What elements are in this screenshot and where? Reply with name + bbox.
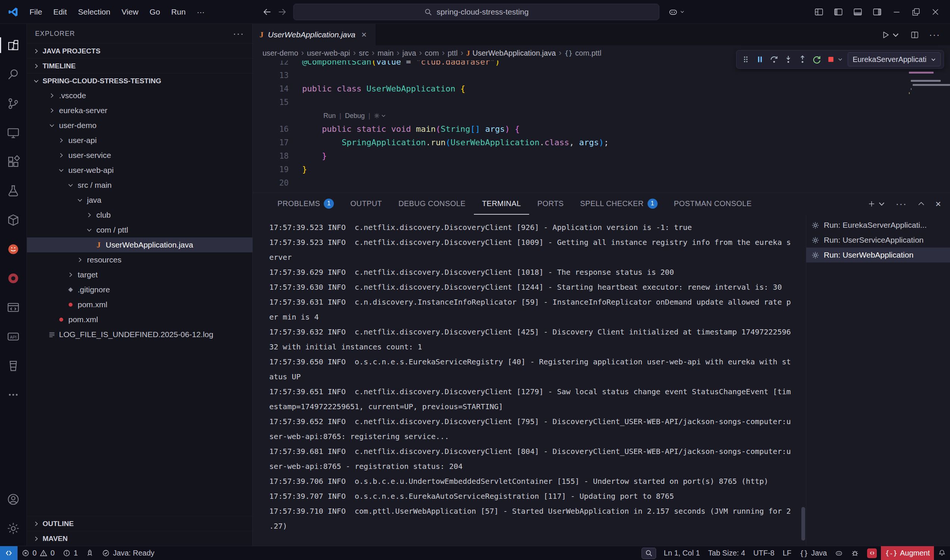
terminal-session-run-eurekaserverapplicati[interactable]: Run: EurekaServerApplicati... xyxy=(806,218,950,232)
augment-badge[interactable]: {-} Augment xyxy=(881,546,934,560)
launch-config-select[interactable]: EurekaServerApplicati xyxy=(848,52,941,66)
tree-item-userwebapplication-java[interactable]: JUserWebApplication.java xyxy=(27,237,253,252)
split-editor-icon[interactable] xyxy=(910,30,919,40)
toggle-panel-icon[interactable] xyxy=(853,7,862,17)
activity-java-runtime[interactable] xyxy=(0,234,27,263)
java-status[interactable]: Java: Ready xyxy=(98,546,159,560)
more-actions-icon[interactable]: ··· xyxy=(929,29,940,40)
activity-source-control[interactable] xyxy=(0,89,27,118)
breadcrumb-item-main[interactable]: main xyxy=(377,49,394,57)
drag-handle-icon[interactable] xyxy=(739,53,752,66)
breadcrumb-item-java[interactable]: java xyxy=(403,49,416,57)
stop-button[interactable] xyxy=(825,53,837,66)
activity-remote-explorer[interactable] xyxy=(0,118,27,147)
navigate-forward-icon[interactable] xyxy=(278,7,288,17)
tree-item-java[interactable]: java xyxy=(27,192,253,208)
activity-explorer[interactable] xyxy=(0,31,27,60)
menu-go[interactable]: Go xyxy=(145,5,165,18)
more-actions-icon[interactable]: ··· xyxy=(233,28,244,39)
pause-button[interactable] xyxy=(754,53,766,66)
step-over-button[interactable] xyxy=(768,53,781,66)
panel-tab-problems[interactable]: PROBLEMS1 xyxy=(269,193,342,215)
menu-file[interactable]: File xyxy=(25,5,47,18)
section-java-projects[interactable]: JAVA PROJECTS xyxy=(27,43,253,58)
breadcrumb-item-pttl[interactable]: pttl xyxy=(448,49,458,57)
tree-item-log-file-is-undefined-2025-06-12-log[interactable]: LOG_FILE_IS_UNDEFINED.2025-06-12.log xyxy=(27,327,253,342)
tree-item-user-service[interactable]: user-service xyxy=(27,148,253,163)
stop-options-chevron-icon[interactable] xyxy=(837,56,843,62)
notifications[interactable] xyxy=(934,546,950,560)
breadcrumb-item-com[interactable]: com xyxy=(425,49,439,57)
augment-extension-status[interactable] xyxy=(863,546,881,560)
close-icon[interactable]: × xyxy=(360,29,368,40)
activity-docker[interactable] xyxy=(0,205,27,234)
maximize-panel-icon[interactable] xyxy=(917,199,926,208)
close-panel-icon[interactable]: × xyxy=(935,199,941,209)
menu-selection[interactable]: Selection xyxy=(73,5,115,18)
toggle-sidebar-right-icon[interactable] xyxy=(872,7,882,17)
activity-artifact-jar[interactable] xyxy=(0,351,27,380)
indentation[interactable]: Tab Size: 4 xyxy=(704,546,749,560)
tree-item-pom-xml[interactable]: pom.xml xyxy=(27,312,253,327)
customize-layout-icon[interactable] xyxy=(814,7,824,17)
panel-tab-ports[interactable]: PORTS xyxy=(529,193,572,215)
tree-item-src-main[interactable]: src / main xyxy=(27,178,253,192)
tree-item-user-web-api[interactable]: user-web-api xyxy=(27,163,253,178)
minimize-window-icon[interactable] xyxy=(892,7,901,17)
launch-status[interactable] xyxy=(82,546,98,560)
activity-api-client[interactable]: API xyxy=(0,322,27,351)
panel-tab-debug-console[interactable]: DEBUG CONSOLE xyxy=(390,193,474,215)
activity-testing[interactable] xyxy=(0,176,27,205)
tree-item-vscode[interactable]: .vscode xyxy=(27,88,253,103)
menu-edit[interactable]: Edit xyxy=(49,5,72,18)
copilot-menu-button[interactable] xyxy=(665,5,688,19)
tree-item-club[interactable]: club xyxy=(27,208,253,223)
remote-indicator[interactable] xyxy=(0,546,18,560)
spell-checker-status[interactable] xyxy=(847,546,863,560)
run-java-button[interactable] xyxy=(881,30,900,40)
terminal-session-run-userserviceapplication[interactable]: Run: UserServiceApplication xyxy=(806,232,950,248)
codelens-run[interactable]: Run xyxy=(323,109,336,123)
language-mode[interactable]: {} Java xyxy=(795,546,831,560)
menu-run[interactable]: Run xyxy=(166,5,191,18)
new-terminal-button[interactable] xyxy=(867,199,886,208)
codelens-config-icon[interactable] xyxy=(374,113,386,119)
tab-userwebapplication-java[interactable]: J UserWebApplication.java × xyxy=(253,24,375,46)
panel-tab-terminal[interactable]: TERMINAL xyxy=(474,193,529,215)
activity-live-preview[interactable] xyxy=(0,293,27,322)
close-window-icon[interactable] xyxy=(931,7,940,17)
zoom-indicator[interactable] xyxy=(642,548,656,559)
tree-item-gitignore[interactable]: .gitignore xyxy=(27,282,253,297)
step-into-button[interactable] xyxy=(782,53,794,66)
tree-item-user-demo[interactable]: user-demo xyxy=(27,118,253,133)
section-maven[interactable]: MAVEN xyxy=(27,531,253,546)
activity-search[interactable] xyxy=(0,60,27,89)
tree-item-pom-xml[interactable]: pom.xml xyxy=(27,297,253,312)
activity-more-views[interactable] xyxy=(0,380,27,409)
panel-tab-output[interactable]: OUTPUT xyxy=(342,193,390,215)
breadcrumb-item-src[interactable]: src xyxy=(359,49,369,57)
eol-sequence[interactable]: LF xyxy=(779,546,795,560)
breadcrumb-item-user-web-api[interactable]: user-web-api xyxy=(307,49,350,57)
code-editor[interactable]: 12 @ComponentScan(value = "club.dadafase… xyxy=(253,60,950,192)
activity-extensions[interactable] xyxy=(0,147,27,176)
panel-tab-postman-console[interactable]: POSTMAN CONSOLE xyxy=(666,193,760,215)
step-out-button[interactable] xyxy=(796,53,809,66)
breadcrumb-symbol[interactable]: {}com.pttl xyxy=(565,49,602,57)
toggle-sidebar-left-icon[interactable] xyxy=(833,7,843,17)
info-status[interactable]: 1 xyxy=(59,546,82,560)
problems-status[interactable]: 0 0 xyxy=(18,546,59,560)
activity-quality-gate[interactable] xyxy=(0,263,27,293)
section-workspace-root[interactable]: SPRING-CLOUD-STRESS-TESTING xyxy=(27,73,253,88)
section-timeline[interactable]: TIMELINE xyxy=(27,58,253,73)
tree-item-com-pttl[interactable]: com / pttl xyxy=(27,223,253,237)
activity-settings[interactable] xyxy=(0,514,27,543)
restart-button[interactable] xyxy=(810,53,823,66)
more-actions-icon[interactable]: ··· xyxy=(896,198,907,209)
command-center-search[interactable]: spring-cloud-stress-testing xyxy=(294,4,659,20)
tree-item-target[interactable]: target xyxy=(27,267,253,282)
terminal-output[interactable]: 17:57:39.523 INFO c.netflix.discovery.Di… xyxy=(253,215,801,546)
menu-more[interactable]: ··· xyxy=(192,5,209,18)
scrollbar-thumb[interactable] xyxy=(801,507,805,541)
codelens-debug[interactable]: Debug xyxy=(345,109,365,123)
